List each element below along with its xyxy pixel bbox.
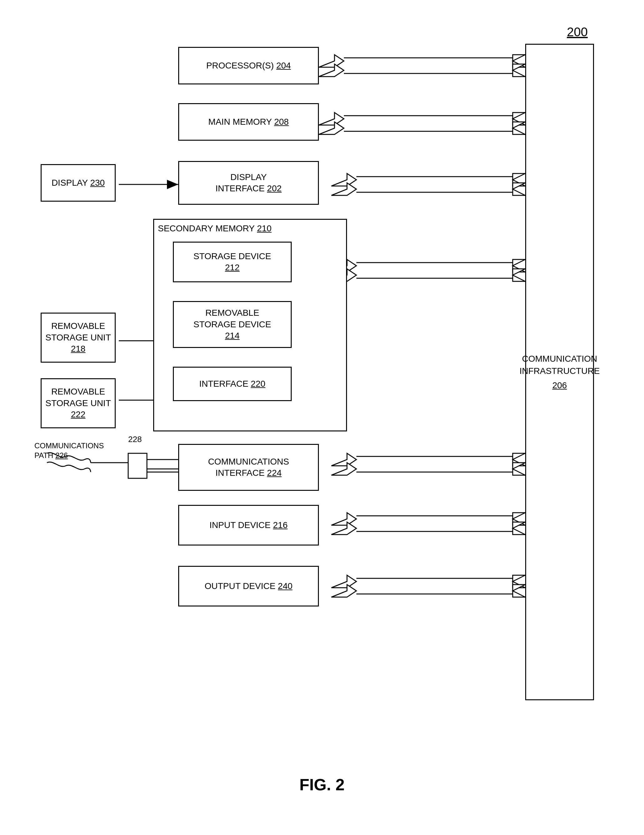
diagram: 200 xyxy=(31,19,613,807)
svg-marker-16 xyxy=(332,183,356,195)
svg-marker-35 xyxy=(332,522,356,534)
svg-marker-26 xyxy=(513,260,525,272)
storage-device-box: STORAGE DEVICE212 xyxy=(173,242,292,282)
main-memory-box: MAIN MEMORY 208 xyxy=(178,103,319,141)
display-box: DISPLAY 230 xyxy=(41,164,115,201)
comm-infra-label: COMMUNICATIONINFRASTRUCTURE xyxy=(520,353,600,377)
input-device-box: INPUT DEVICE 216 xyxy=(178,505,319,546)
svg-marker-20 xyxy=(513,183,525,195)
svg-marker-3 xyxy=(319,55,344,67)
interface-box: INTERFACE 220 xyxy=(173,367,292,401)
svg-marker-40 xyxy=(332,575,356,588)
svg-marker-15 xyxy=(332,174,356,186)
comm-path-label: COMMUNICATIONSPATH 226 xyxy=(34,441,104,460)
svg-marker-9 xyxy=(319,112,344,125)
svg-marker-38 xyxy=(513,513,525,525)
comm-infra-ref: 206 xyxy=(520,379,600,392)
svg-marker-4 xyxy=(319,64,344,76)
figure-label: FIG. 2 xyxy=(299,775,345,794)
svg-marker-29 xyxy=(332,463,356,475)
svg-marker-28 xyxy=(332,453,356,466)
svg-marker-7 xyxy=(513,55,525,67)
svg-marker-14 xyxy=(513,122,525,135)
svg-marker-10 xyxy=(319,122,344,135)
svg-marker-19 xyxy=(513,174,525,186)
block-228-label: 228 xyxy=(128,435,141,444)
removable-storage-device-box: REMOVABLESTORAGE DEVICE214 xyxy=(173,301,292,348)
svg-marker-39 xyxy=(513,522,525,534)
svg-marker-41 xyxy=(332,585,356,597)
processor-box: PROCESSOR(S) 204 xyxy=(178,47,319,84)
comm-interface-box: COMMUNICATIONSINTERFACE 224 xyxy=(178,444,319,491)
removable-unit-218-box: REMOVABLESTORAGE UNIT 218 xyxy=(41,313,115,362)
svg-marker-45 xyxy=(513,585,525,597)
display-interface-box: DISPLAYINTERFACE 202 xyxy=(178,161,319,205)
svg-marker-33 xyxy=(513,463,525,475)
secondary-memory-container: SECONDARY MEMORY 210 STORAGE DEVICE212 R… xyxy=(153,219,347,431)
output-device-box: OUTPUT DEVICE 240 xyxy=(178,566,319,606)
svg-marker-27 xyxy=(513,269,525,281)
svg-rect-49 xyxy=(128,453,147,478)
removable-unit-222-box: REMOVABLESTORAGE UNIT 222 xyxy=(41,378,115,428)
svg-marker-8 xyxy=(513,64,525,76)
comm-infra-box: COMMUNICATIONINFRASTRUCTURE 206 xyxy=(525,44,594,700)
svg-marker-44 xyxy=(513,575,525,588)
svg-marker-13 xyxy=(513,112,525,125)
top-ref-number: 200 xyxy=(567,25,588,39)
svg-marker-32 xyxy=(513,453,525,466)
svg-marker-34 xyxy=(332,513,356,525)
